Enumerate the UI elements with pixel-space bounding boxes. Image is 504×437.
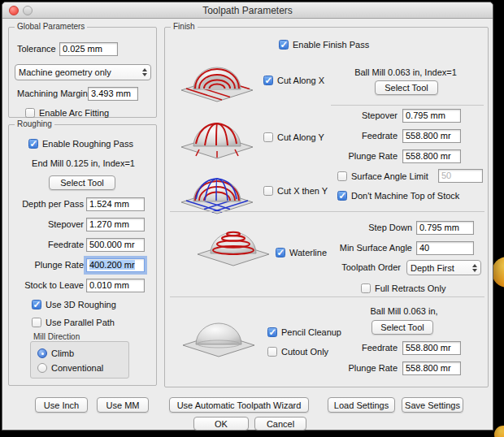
full-retracts-only-checkbox[interactable]: Full Retracts Only bbox=[361, 283, 445, 294]
checkbox-label: Pencil Cleanup bbox=[281, 327, 341, 337]
stock-to-leave-label: Stock to Leave bbox=[12, 279, 84, 292]
toolpath-order-select[interactable]: Depth First bbox=[406, 260, 481, 275]
cleanup-feedrate-label: Feedrate bbox=[287, 341, 398, 355]
finish-select-tool-button[interactable]: Select Tool bbox=[375, 80, 438, 95]
radio-icon bbox=[37, 363, 47, 373]
checkbox-icon bbox=[267, 347, 277, 357]
use-mm-button[interactable]: Use MM bbox=[97, 397, 149, 413]
roughing-feedrate-field[interactable]: 500.000 mr bbox=[86, 238, 145, 252]
tolerance-field[interactable]: 0.025 mm bbox=[59, 42, 118, 56]
cleanup-feedrate-field[interactable]: 558.800 mr bbox=[402, 341, 461, 355]
step-down-field[interactable]: 0.795 mm bbox=[416, 221, 474, 235]
surface-angle-limit-field[interactable]: 50 bbox=[438, 169, 483, 183]
finish-plunge-rate-label: Plunge Rate bbox=[287, 149, 398, 163]
roughing-plunge-rate-field[interactable]: 400.200 mr bbox=[86, 258, 145, 272]
climb-radio[interactable]: Climb bbox=[37, 348, 74, 359]
load-settings-button[interactable]: Load Settings bbox=[328, 397, 395, 413]
roughing-feedrate-label: Feedrate bbox=[12, 238, 84, 252]
roughing-stepover-field[interactable]: 1.270 mm bbox=[86, 218, 145, 231]
save-settings-button[interactable]: Save Settings bbox=[402, 397, 463, 413]
enable-finish-pass-checkbox[interactable]: Enable Finish Pass bbox=[279, 39, 369, 50]
surface-angle-limit-checkbox[interactable]: Surface Angle Limit bbox=[337, 171, 428, 182]
selected-text: 400.200 mr bbox=[89, 260, 135, 270]
machining-margin-field[interactable]: 3.493 mm bbox=[88, 87, 138, 101]
checkbox-icon bbox=[279, 40, 289, 50]
finish-legend: Finish bbox=[171, 22, 198, 31]
divider bbox=[170, 296, 484, 297]
cleanup-tool-description: Ball Mill 0.063 in, bbox=[331, 305, 477, 317]
geometry-select[interactable]: Machine geometry only bbox=[15, 64, 151, 80]
use-inch-button[interactable]: Use Inch bbox=[35, 397, 88, 413]
cleanup-plunge-rate-field[interactable]: 558.800 mr bbox=[402, 361, 461, 375]
roughing-plunge-rate-label: Plunge Rate bbox=[12, 258, 84, 272]
pencil-cleanup-checkbox[interactable]: Pencil Cleanup bbox=[267, 327, 341, 338]
desktop-icon-partial bbox=[492, 257, 504, 288]
divider bbox=[331, 105, 484, 106]
use-3d-roughing-checkbox[interactable]: Use 3D Roughing bbox=[32, 299, 116, 310]
checkbox-label: Cut Along Y bbox=[277, 132, 324, 142]
checkbox-label: Don't Machine Top of Stock bbox=[351, 191, 459, 201]
checkbox-label: Full Retracts Only bbox=[375, 283, 445, 293]
cut-along-x-checkbox[interactable]: Cut Along X bbox=[263, 75, 324, 86]
cleanup-plunge-rate-label: Plunge Rate bbox=[287, 361, 398, 375]
preview-cut-along-y bbox=[178, 109, 256, 164]
checkbox-label: Enable Arc Fitting bbox=[39, 108, 109, 118]
cancel-button[interactable]: Cancel bbox=[254, 417, 306, 431]
roughing-tool-description: End Mill 0.125 in, Index=1 bbox=[9, 158, 158, 169]
roughing-stepover-label: Stepover bbox=[12, 218, 84, 231]
checkbox-icon bbox=[337, 191, 347, 201]
automatic-toolpath-wizard-button[interactable]: Use Automatic Toolpath Wizard bbox=[169, 397, 309, 413]
cleanup-select-tool-button[interactable]: Select Tool bbox=[371, 320, 433, 335]
toolpath-parameters-window: Toolpath Parameters Global Parameters To… bbox=[2, 2, 493, 431]
machining-margin-label: Machining Margin bbox=[17, 87, 88, 101]
stock-to-leave-field[interactable]: 0.010 mm bbox=[86, 279, 145, 292]
finish-feedrate-field[interactable]: 558.800 mr bbox=[402, 129, 461, 143]
checkbox-icon bbox=[263, 76, 273, 85]
checkbox-icon bbox=[263, 132, 273, 142]
checkbox-label: Surface Angle Limit bbox=[351, 171, 428, 181]
checkbox-icon bbox=[267, 327, 277, 337]
finish-tool-description: Ball Mill 0.063 in, Index=1 bbox=[328, 67, 484, 78]
finish-plunge-rate-field[interactable]: 558.800 mr bbox=[402, 149, 461, 163]
checkbox-icon bbox=[337, 171, 347, 181]
cut-x-then-y-checkbox[interactable]: Cut X then Y bbox=[263, 185, 328, 197]
roughing-legend: Roughing bbox=[15, 119, 54, 128]
checkbox-icon bbox=[32, 300, 41, 309]
cut-along-y-checkbox[interactable]: Cut Along Y bbox=[263, 132, 324, 143]
roughing-select-tool-button[interactable]: Select Tool bbox=[49, 175, 115, 190]
geometry-select-value: Machine geometry only bbox=[19, 67, 140, 77]
toolpath-order-value: Depth First bbox=[411, 263, 470, 273]
dont-machine-top-checkbox[interactable]: Don't Machine Top of Stock bbox=[337, 190, 459, 201]
window-titlebar: Toolpath Parameters bbox=[2, 2, 493, 19]
checkbox-label: Enable Finish Pass bbox=[293, 40, 369, 50]
conventional-radio[interactable]: Conventional bbox=[37, 362, 103, 374]
desktop-icon-partial-2 bbox=[494, 426, 504, 437]
checkbox-icon bbox=[32, 318, 41, 327]
enable-roughing-pass-checkbox[interactable]: Enable Roughing Pass bbox=[28, 138, 133, 149]
radio-icon bbox=[37, 348, 47, 358]
use-parallel-path-checkbox[interactable]: Use Parallel Path bbox=[32, 317, 115, 328]
checkbox-icon bbox=[28, 139, 38, 149]
checkbox-label: Cut X then Y bbox=[277, 186, 328, 196]
divider bbox=[170, 211, 484, 212]
depth-per-pass-label: Depth per Pass bbox=[12, 197, 84, 211]
depth-per-pass-field[interactable]: 1.524 mm bbox=[86, 197, 145, 211]
minimize-button[interactable] bbox=[23, 6, 33, 15]
checkbox-icon bbox=[25, 108, 35, 118]
finish-group: Finish Enable Finish Pass bbox=[164, 27, 489, 387]
step-down-label: Step Down bbox=[287, 221, 412, 235]
min-surface-angle-field[interactable]: 40 bbox=[416, 241, 474, 255]
finish-stepover-field[interactable]: 0.795 mm bbox=[402, 109, 461, 123]
preview-waterline bbox=[194, 216, 272, 271]
checkbox-label: Use Parallel Path bbox=[46, 318, 115, 327]
radio-label: Conventional bbox=[51, 363, 103, 373]
ok-button[interactable]: OK bbox=[193, 417, 249, 431]
roughing-group: Roughing Enable Roughing Pass End Mill 0… bbox=[8, 124, 157, 386]
checkbox-label: Enable Roughing Pass bbox=[42, 139, 133, 149]
preview-pencil-cleanup bbox=[180, 305, 258, 364]
radio-label: Climb bbox=[51, 348, 74, 358]
enable-arc-fitting-checkbox[interactable]: Enable Arc Fitting bbox=[25, 107, 109, 119]
checkbox-icon bbox=[276, 248, 285, 257]
close-button[interactable] bbox=[9, 6, 19, 15]
finish-stepover-label: Stepover bbox=[287, 109, 398, 123]
